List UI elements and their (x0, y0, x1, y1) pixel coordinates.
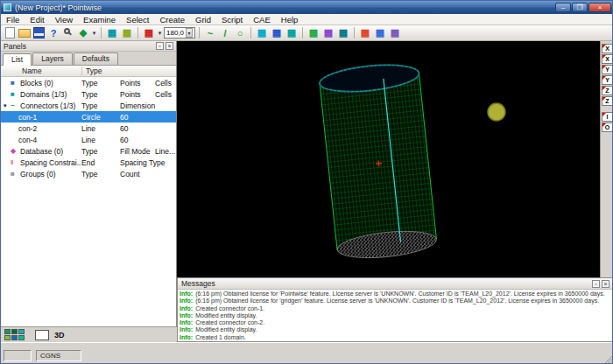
help-icon[interactable]: ? (46, 26, 60, 39)
tree-row-con-4[interactable]: con-4 Line 60 (1, 134, 176, 145)
panels-title: Panels (4, 42, 26, 51)
color-swatch[interactable] (4, 335, 11, 340)
tree-row-con-1[interactable]: con-1 Circle 60 (1, 111, 176, 122)
pointwise-window: (New Project)* Pointwise – ❐ × File Edit… (0, 0, 613, 364)
view-angle-dropdown-icon[interactable]: ▾ (186, 28, 193, 38)
expander-icon[interactable]: ▾ (4, 102, 11, 109)
panels-header: Panels ▫ × (1, 41, 176, 52)
view-preset-toolbar: X X Y Y Z Z I O (600, 41, 613, 277)
column-name[interactable]: Name (1, 66, 81, 75)
current-color-swatch[interactable] (35, 330, 49, 340)
message-line: Info:(6:16 pm) Obtained license for 'Poi… (180, 290, 611, 298)
view-y-minus-button[interactable]: Y (602, 75, 613, 85)
tab-defaults[interactable]: Defaults (74, 52, 118, 65)
color-swatch[interactable] (18, 335, 25, 340)
viewport-canvas[interactable] (177, 41, 613, 277)
measure-icon[interactable]: ▦ (373, 26, 387, 39)
menu-grid[interactable]: Grid (190, 14, 216, 25)
messages-close-icon[interactable]: × (602, 280, 609, 288)
cae-solver-label: CGNS (36, 350, 81, 361)
tree-row-blocks[interactable]: ■Blocks (0) Type Points Cells (1, 77, 176, 88)
show-grid-icon[interactable]: ▦ (120, 26, 134, 39)
assemble-block-icon[interactable]: ▦ (270, 26, 284, 39)
view-iso-button[interactable]: I (602, 112, 613, 122)
panels-close-icon[interactable]: × (166, 42, 173, 50)
tree-row-connectors[interactable]: ▾~Connectors (1/3) Type Dimension (1, 100, 176, 111)
view-z-plus-button[interactable]: Z (602, 86, 613, 95)
script-tool-icon[interactable]: ▦ (388, 26, 402, 39)
message-line: Info:(6:16 pm) Obtained license for 'gri… (180, 298, 611, 304)
select-mode-icon[interactable]: ◆ (76, 26, 90, 39)
view-x-minus-button[interactable]: X (602, 54, 613, 64)
view-y-plus-button[interactable]: Y (602, 65, 613, 74)
view-orbit-button[interactable]: O (602, 122, 613, 132)
color-swatch[interactable] (18, 329, 25, 334)
panels-float-icon[interactable]: ▫ (156, 42, 164, 50)
column-type[interactable]: Type (81, 66, 176, 75)
window-controls: – ❐ × (555, 3, 611, 12)
color-swatches (4, 329, 31, 340)
color-swatch[interactable] (4, 329, 11, 334)
resize-grip[interactable] (604, 355, 613, 364)
tree-row-groups[interactable]: ■Groups (0) Type Count (1, 168, 176, 179)
message-line: Info:Modified entity display. (180, 326, 611, 333)
tree-row-domains[interactable]: ■Domains (1/3) Type Points Cells (1, 88, 176, 100)
menu-edit[interactable]: Edit (25, 14, 49, 25)
status-bar: CGNS (1, 342, 613, 364)
show-database-icon[interactable]: ▦ (105, 26, 119, 39)
menu-create[interactable]: Create (154, 14, 190, 25)
domains-icon: ■ (11, 90, 20, 98)
menu-view[interactable]: View (50, 14, 78, 25)
menu-help[interactable]: Help (276, 14, 304, 25)
viewport-3d[interactable] (177, 41, 613, 277)
tab-layers[interactable]: Layers (32, 52, 73, 65)
view-z-minus-button[interactable]: Z (602, 96, 613, 106)
menu-script[interactable]: Script (216, 14, 248, 25)
tab-list[interactable]: List (3, 53, 32, 66)
message-line: Info:Modified entity display. (180, 312, 611, 319)
close-button[interactable]: × (588, 3, 611, 12)
select-mode-caret-icon[interactable]: ▾ (91, 30, 97, 37)
menu-cae[interactable]: CAE (248, 14, 276, 25)
create-line-icon[interactable]: / (218, 26, 232, 39)
color-swatch[interactable] (11, 335, 18, 340)
menu-bar: File Edit View Examine Select Create Gri… (1, 14, 613, 25)
assemble-domain-icon[interactable]: ▦ (255, 26, 269, 39)
menu-examine[interactable]: Examine (78, 14, 121, 25)
messages-title: Messages (181, 279, 215, 288)
cursor-highlight (488, 103, 505, 121)
extrude-icon[interactable]: ▦ (285, 26, 299, 39)
title-bar[interactable]: (New Project)* Pointwise – ❐ × (1, 1, 613, 14)
new-file-icon[interactable] (5, 27, 15, 38)
maximize-button[interactable]: ❐ (572, 3, 588, 12)
view-x-plus-button[interactable]: X (602, 44, 613, 53)
create-circle-icon[interactable]: ○ (233, 26, 247, 39)
menu-select[interactable]: Select (121, 14, 154, 25)
color-swatch[interactable] (11, 329, 18, 334)
tree-row-spacing-constraints[interactable]: ‖Spacing Constrai... End Spacing Type (1, 157, 176, 168)
database-icon: ◆ (11, 147, 20, 155)
display-style-caret-icon[interactable]: ▾ (157, 30, 163, 37)
examine-icon[interactable] (61, 26, 75, 39)
minimize-button[interactable]: – (555, 3, 571, 12)
tree-row-database[interactable]: ◆Database (0) Type Fill Mode Line... (1, 145, 176, 157)
mesh-cylinder[interactable] (319, 61, 438, 262)
create-spline-icon[interactable]: ~ (203, 26, 217, 39)
display-style-icon[interactable]: ▦ (142, 26, 156, 39)
solver-icon[interactable]: ▦ (321, 26, 335, 39)
messages-float-icon[interactable]: ▫ (592, 280, 600, 288)
message-line: Info:Created 1 domain. (180, 334, 611, 341)
mode-3d-label[interactable]: 3D (54, 331, 65, 340)
open-project-icon[interactable] (18, 29, 31, 38)
orient-icon[interactable]: ▦ (358, 26, 372, 39)
tree-row-con-2[interactable]: con-2 Line 60 (1, 122, 176, 134)
message-line: Info:Created connector con-1. (180, 305, 611, 312)
view-angle-combobox[interactable]: 180,0 ▾ (164, 27, 195, 38)
cae-export-icon[interactable]: ▦ (336, 26, 350, 39)
status-left-cell (4, 350, 32, 361)
initialize-grid-icon[interactable]: ▦ (306, 26, 321, 39)
save-icon[interactable] (33, 27, 45, 38)
messages-log[interactable]: Info:(6:16 pm) Obtained license for 'Poi… (178, 290, 613, 342)
menu-file[interactable]: File (1, 14, 25, 25)
main-toolbar: ? ◆ ▾ ▦ ▦ ▦ ▾ 180,0 ▾ ~ / ○ ▦ ▦ ▦ ▦ ▦ ▦ … (1, 25, 613, 41)
